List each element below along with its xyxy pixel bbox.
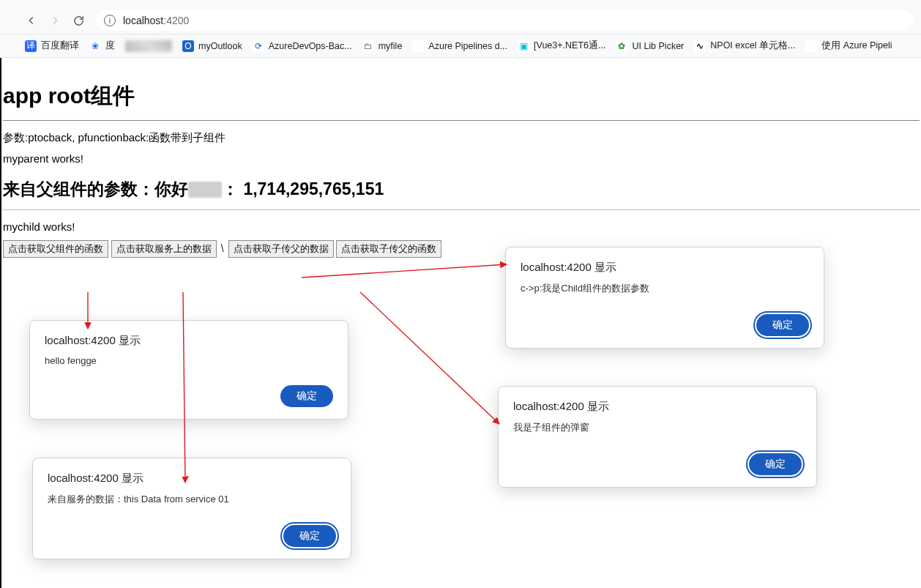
alert-ok-button[interactable]: 确定 [280, 385, 333, 407]
alert-dialog-1: localhost:4200 显示 hello fengge 确定 [29, 320, 348, 420]
bookmark-label: myOutlook [198, 41, 242, 51]
alert-ok-button[interactable]: 确定 [283, 525, 336, 547]
bookmark-label: UI Lib Picker [632, 41, 684, 51]
forward-button[interactable] [48, 15, 61, 26]
address-host: localhost [123, 15, 163, 26]
microsoft-icon [412, 40, 424, 52]
bookmark-label: Azure Pipelines d... [428, 41, 507, 51]
param-heading-number: 1,714,295,765,151 [243, 179, 384, 198]
bookmark-myoutlook[interactable]: O myOutlook [182, 40, 242, 52]
alert-title: localhost:4200 显示 [513, 400, 802, 414]
bookmark-label: [Vue3+.NET6通... [534, 40, 605, 52]
btn-get-parent-fn[interactable]: 点击获取父组件的函数 [3, 240, 108, 258]
button-separator: \ [221, 242, 224, 254]
bookmarks-bar: 译 百度翻译 ❀ 度 O myOutlook ⟳ AzureDevOps-Bac… [0, 34, 921, 57]
folder-icon: 🗀 [362, 40, 374, 52]
bookmark-npoi-excel[interactable]: ∿ NPOI excel 单元格... [694, 40, 795, 52]
bookmark-label: NPOI excel 单元格... [710, 40, 795, 52]
parent-works-line: myparent works! [3, 152, 920, 165]
alert-title: localhost:4200 显示 [45, 334, 333, 348]
bookmark-label: 使用 Azure Pipeli [821, 40, 892, 52]
param-heading-prefix: 来自父组件的参数：你好 [3, 179, 188, 198]
alert-message: c->p:我是Child组件的数据参数 [521, 282, 809, 295]
address-port: :4200 [163, 15, 189, 26]
param-heading-masked [188, 182, 222, 198]
bookmark-label: 度 [105, 40, 115, 52]
divider [3, 209, 920, 210]
parent-param-heading: 来自父组件的参数：你好： 1,714,295,765,151 [3, 178, 920, 201]
btn-get-child-to-parent-fn[interactable]: 点击获取子传父的函数 [336, 240, 441, 258]
bookmark-azure-pipelines[interactable]: Azure Pipelines d... [412, 40, 507, 52]
tab-strip [0, 0, 921, 7]
alert-ok-button[interactable]: 确定 [756, 314, 809, 336]
bookmark-icon [125, 40, 172, 52]
bookmark-du[interactable]: ❀ 度 [89, 40, 115, 52]
azure-devops-icon: ⟳ [253, 40, 264, 52]
btn-get-child-to-parent-data[interactable]: 点击获取子传父的数据 [228, 240, 334, 258]
bookmark-baidu-translate[interactable]: 译 百度翻译 [25, 40, 79, 52]
btn-get-service-data[interactable]: 点击获取服务上的数据 [111, 240, 217, 258]
bookmark-vue3-net6[interactable]: ▣ [Vue3+.NET6通... [518, 40, 605, 52]
bookmark-azdevops[interactable]: ⟳ AzureDevOps-Bac... [253, 40, 352, 52]
site-info-icon[interactable]: i [104, 15, 116, 26]
arrow-right-icon [49, 15, 61, 26]
param-heading-sep: ： [222, 179, 239, 198]
bookmark-label: myfile [379, 41, 403, 51]
bookmark-blurred[interactable] [125, 40, 172, 52]
bookmark-label: AzureDevOps-Bac... [269, 41, 352, 51]
parent-params-line: 参数:ptocback, pfunctionback:函数带到子组件 [3, 131, 920, 145]
alert-ok-button[interactable]: 确定 [749, 453, 802, 475]
reload-button[interactable] [72, 15, 85, 27]
outlook-icon: O [182, 40, 194, 52]
bilibili-icon: ▣ [518, 40, 529, 52]
bookmark-icon: ✿ [616, 40, 627, 52]
back-button[interactable] [25, 15, 38, 26]
divider [3, 120, 920, 121]
svg-line-4 [360, 292, 499, 424]
alert-dialog-2: localhost:4200 显示 来自服务的数据：this Data from… [32, 458, 351, 559]
bookmark-icon: 译 [25, 40, 37, 52]
address-bar: i localhost:4200 [0, 7, 921, 34]
alert-dialog-3: localhost:4200 显示 c->p:我是Child组件的数据参数 确定 [505, 247, 824, 349]
alert-message: 来自服务的数据：this Data from service 01 [48, 493, 336, 506]
address-field[interactable]: i localhost:4200 [95, 10, 914, 31]
alert-title: localhost:4200 显示 [521, 261, 809, 275]
bookmark-ui-lib-picker[interactable]: ✿ UI Lib Picker [616, 40, 684, 52]
alert-message: 我是子组件的弹窗 [513, 421, 802, 434]
bookmark-icon: ❀ [89, 40, 101, 52]
bookmark-azure-pipelines-2[interactable]: 使用 Azure Pipeli [805, 40, 892, 52]
alert-title: localhost:4200 显示 [48, 472, 336, 485]
bookmark-myfile-folder[interactable]: 🗀 myfile [362, 40, 403, 52]
microsoft-icon [805, 40, 817, 52]
reload-icon [72, 15, 85, 27]
bookmark-label: 百度翻译 [41, 40, 79, 52]
bookmark-icon: ∿ [694, 40, 706, 52]
alert-message: hello fengge [45, 355, 333, 366]
app-root-title: app root组件 [3, 81, 920, 111]
alert-dialog-4: localhost:4200 显示 我是子组件的弹窗 确定 [498, 386, 817, 488]
arrow-left-icon [26, 15, 37, 26]
child-works-line: mychild works! [3, 220, 920, 233]
browser-chrome: i localhost:4200 译 百度翻译 ❀ 度 O myOutlook … [0, 0, 921, 58]
